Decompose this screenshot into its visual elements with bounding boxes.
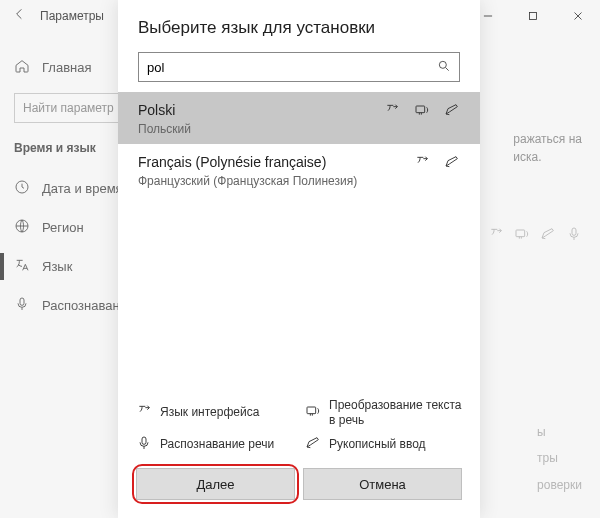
hand-icon [444,154,460,173]
sidebar-item-label: Главная [42,60,91,75]
home-icon [14,58,30,77]
search-placeholder: Найти параметр [23,101,114,115]
language-icon [14,257,30,276]
mic-icon [566,226,582,245]
language-feature-icons [414,154,460,173]
background-links: ы тры роверки [537,419,582,498]
sidebar-item-label: Язык [42,259,72,274]
legend-display: Язык интерфейса [136,398,293,427]
display-icon [136,403,152,422]
display-icon [414,154,430,173]
language-item-francais[interactable]: Français (Polynésie française) Французск… [118,144,480,196]
tts-icon [414,102,430,121]
language-local-name: Польский [138,122,460,136]
background-text: ражаться на иска. [513,130,582,166]
window-title: Параметры [40,9,104,23]
language-local-name: Французский (Французская Полинезия) [138,174,460,188]
hand-icon [305,435,321,454]
maximize-button[interactable] [510,0,555,32]
search-icon [437,59,451,76]
mic-icon [14,296,30,315]
choose-language-dialog: Выберите язык для установки Polski Польс… [118,0,480,518]
hand-icon [444,102,460,121]
dialog-title: Выберите язык для установки [118,0,480,52]
language-feature-icons [384,102,460,121]
next-button[interactable]: Далее [136,468,295,500]
background-feature-icons [488,226,582,245]
display-icon [488,226,504,245]
language-native-name: Français (Polynésie française) [138,154,460,170]
legend-tts: Преобразование текста в речь [305,398,462,427]
globe-icon [14,218,30,237]
tts-icon [305,403,321,422]
language-search-input[interactable] [147,60,437,75]
legend-speech: Распознавание речи [136,435,293,454]
language-list: Polski Польский Français (Polynésie fran… [118,92,480,196]
tts-icon [514,226,530,245]
feature-legend: Язык интерфейса Преобразование текста в … [118,390,480,468]
close-button[interactable] [555,0,600,32]
language-item-polski[interactable]: Polski Польский [118,92,480,144]
window-controls [465,0,600,32]
mic-icon [136,435,152,454]
cancel-button[interactable]: Отмена [303,468,462,500]
dialog-buttons: Далее Отмена [118,468,480,518]
language-search[interactable] [138,52,460,82]
sidebar-item-label: Дата и время [42,181,123,196]
back-button[interactable] [0,6,40,26]
legend-handwriting: Рукописный ввод [305,435,462,454]
sidebar-item-label: Распознавани [42,298,127,313]
clock-icon [14,179,30,198]
hand-icon [540,226,556,245]
sidebar-item-label: Регион [42,220,84,235]
display-icon [384,102,400,121]
